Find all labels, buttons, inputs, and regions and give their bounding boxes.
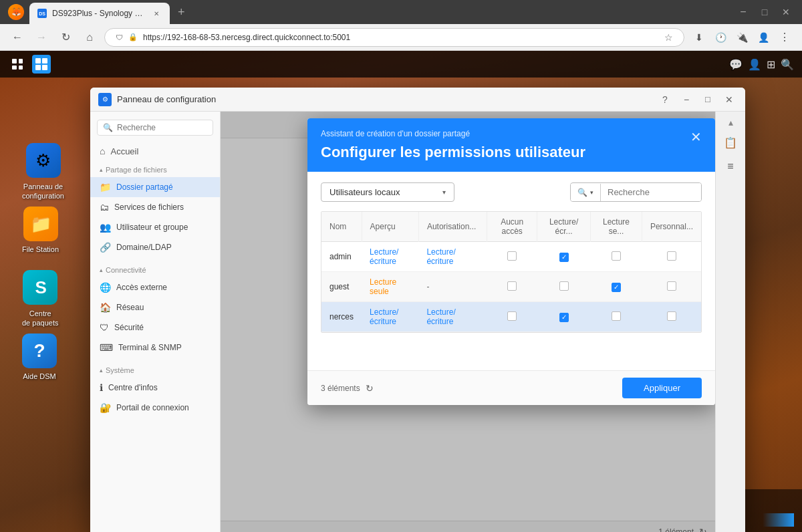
desktop-icon-filestation[interactable]: 📁 File Station [17, 201, 64, 259]
checkbox-nerces-lect-seule[interactable] [612, 311, 621, 321]
checkbox-admin-lect-seule[interactable] [612, 251, 621, 261]
row-guest-name: guest [321, 272, 362, 302]
dsm-user-icon[interactable]: 👤 [748, 58, 761, 71]
row-guest-perso[interactable] [642, 272, 701, 302]
desktop-icon-paquets[interactable]: S Centrede paquets [17, 265, 63, 334]
right-panel-icon-2[interactable]: ≡ [721, 157, 740, 176]
modal-header-content: Assistant de création d'un dossier parta… [321, 129, 585, 161]
menu-button[interactable]: ⋮ [775, 28, 794, 47]
dsm-apps-icon[interactable]: ⊞ [767, 58, 775, 71]
modal-search-input[interactable] [601, 183, 701, 201]
sidebar-item-domaine[interactable]: 🔗 Domaine/LDAP [90, 237, 220, 257]
col-nom: Nom [321, 212, 362, 242]
dsm-secondary-apps-button[interactable] [32, 55, 51, 74]
row-nerces-lect-ecr[interactable]: ✓ [537, 302, 591, 332]
panel-window-icon: ⚙ [98, 93, 112, 106]
checkbox-nerces-lect-ecr[interactable]: ✓ [559, 313, 569, 322]
sidebar-item-utilisateur[interactable]: 👥 Utilisateur et groupe [90, 217, 220, 237]
section-partage-label: Partage de fichiers [106, 166, 167, 174]
window-close-button[interactable]: ✕ [778, 4, 794, 20]
row-guest-lect-seule[interactable]: ✓ [591, 272, 642, 302]
checkbox-admin-aucun[interactable] [507, 251, 517, 261]
row-nerces-perso[interactable] [642, 302, 701, 332]
row-admin-perso[interactable] [642, 242, 701, 272]
reload-button[interactable]: ↻ [56, 28, 75, 47]
chevron-up-icon-2: ▴ [100, 267, 103, 273]
sidebar-home-item[interactable]: ⌂ Accueil [90, 141, 220, 161]
bookmark-icon[interactable]: ☆ [664, 32, 673, 43]
row-nerces-aucun[interactable] [487, 302, 537, 332]
tab-close-button[interactable]: ✕ [151, 8, 162, 19]
col-lecture-seule: Lecture se... [591, 212, 642, 242]
aide-icon: ? [22, 334, 57, 368]
control-panel-window: ⚙ Panneau de configuration ? − □ ✕ 🔍 ⌂ [90, 88, 745, 532]
checkbox-guest-lect-seule[interactable]: ✓ [612, 283, 621, 292]
sidebar-item-dossier[interactable]: 📁 Dossier partagé [90, 177, 220, 197]
checkbox-guest-perso[interactable] [667, 281, 676, 291]
row-guest-aucun[interactable] [487, 272, 537, 302]
right-panel-icon-1[interactable]: 📋 [721, 133, 740, 152]
panel-maximize-button[interactable]: □ [700, 92, 716, 108]
modal-page-title: Configurer les permissions utilisateur [321, 144, 585, 161]
sidebar-item-acces[interactable]: 🌐 Accès externe [90, 277, 220, 297]
desktop-icon-aide[interactable]: ? Aide DSM [17, 328, 62, 386]
section-systeme-header[interactable]: ▴ Système [90, 363, 220, 378]
col-personnalise: Personnal... [642, 212, 701, 242]
portail-label: Portail de connexion [116, 403, 189, 412]
sidebar-item-services[interactable]: 🗂 Services de fichiers [90, 197, 220, 217]
row-admin-lect-ecr[interactable]: ✓ [537, 242, 591, 272]
panel-minimize-button[interactable]: − [678, 92, 694, 108]
checkbox-guest-lect-ecr[interactable] [559, 281, 569, 291]
dsm-message-icon[interactable]: 💬 [729, 58, 743, 71]
table-row: nerces Lecture/écriture Lecture/écriture [321, 302, 701, 332]
section-partage-header[interactable]: ▴ Partage de fichiers [90, 162, 220, 177]
modal-controls-row: Utilisateurs locaux ▾ 🔍 ▾ [321, 182, 702, 202]
users-dropdown[interactable]: Utilisateurs locaux ▾ [321, 182, 454, 202]
modal-search-box: 🔍 ▾ [570, 182, 702, 202]
checkbox-nerces-aucun[interactable] [507, 311, 517, 321]
modal-refresh-button[interactable]: ↻ [366, 383, 374, 394]
panel-close-button[interactable]: ✕ [721, 92, 737, 108]
dsm-apps-button[interactable] [8, 55, 27, 74]
window-minimize-button[interactable]: − [735, 4, 751, 20]
browser-tab[interactable]: DS DS923Plus - Synology NAS ✕ [29, 3, 170, 24]
extensions-icon[interactable]: 🔌 [732, 28, 751, 47]
right-panel-chevron-up[interactable]: ▴ [728, 117, 733, 128]
sidebar-item-securite[interactable]: 🛡 Sécurité [90, 317, 220, 338]
dsm-search-icon[interactable]: 🔍 [781, 58, 794, 71]
row-guest-lect-ecr[interactable] [537, 272, 591, 302]
domaine-label: Domaine/LDAP [116, 243, 172, 252]
panel-help-button[interactable]: ? [657, 92, 673, 108]
download-icon[interactable]: ⬇ [690, 28, 708, 47]
profile-icon[interactable]: 👤 [754, 28, 773, 47]
modal-dialog: Assistant de création d'un dossier parta… [307, 118, 715, 405]
checkbox-guest-aucun[interactable] [507, 281, 517, 291]
desktop-icon-panneau[interactable]: ⚙ Panneau deconfiguration [17, 138, 70, 207]
back-button[interactable]: ← [8, 28, 27, 47]
checkbox-nerces-perso[interactable] [667, 311, 676, 321]
home-button[interactable]: ⌂ [80, 28, 99, 47]
history-icon[interactable]: 🕐 [711, 28, 730, 47]
row-admin-lect-seule[interactable] [591, 242, 642, 272]
new-tab-button[interactable]: + [175, 5, 188, 19]
checkbox-admin-lect-ecr[interactable]: ✓ [559, 253, 569, 262]
paquets-icon: S [23, 270, 57, 305]
sidebar-item-centre-infos[interactable]: ℹ Centre d'infos [90, 378, 220, 398]
forward-button[interactable]: → [32, 28, 51, 47]
window-maximize-button[interactable]: □ [757, 4, 773, 20]
shield-icon: 🛡 [116, 33, 123, 41]
sidebar-item-reseau[interactable]: 🏠 Réseau [90, 297, 220, 317]
url-bar[interactable]: 🛡 🔒 https://192-168-68-53.nercesg.direct… [104, 28, 684, 47]
row-admin-name: admin [321, 242, 362, 272]
row-nerces-lect-seule[interactable] [591, 302, 642, 332]
section-connectivite-header[interactable]: ▴ Connectivité [90, 263, 220, 277]
table-row: admin Lecture/écriture Lecture/écriture [321, 242, 701, 272]
checkbox-admin-perso[interactable] [667, 251, 676, 261]
modal-close-button[interactable]: ✕ [690, 130, 702, 144]
modal-search-button[interactable]: 🔍 ▾ [571, 184, 601, 201]
apply-button[interactable]: Appliquer [622, 378, 702, 398]
row-admin-aucun[interactable] [487, 242, 537, 272]
sidebar-item-terminal[interactable]: ⌨ Terminal & SNMP [90, 338, 220, 358]
sidebar-search-input[interactable] [117, 123, 207, 132]
sidebar-item-portail[interactable]: 🔐 Portail de connexion [90, 398, 220, 418]
